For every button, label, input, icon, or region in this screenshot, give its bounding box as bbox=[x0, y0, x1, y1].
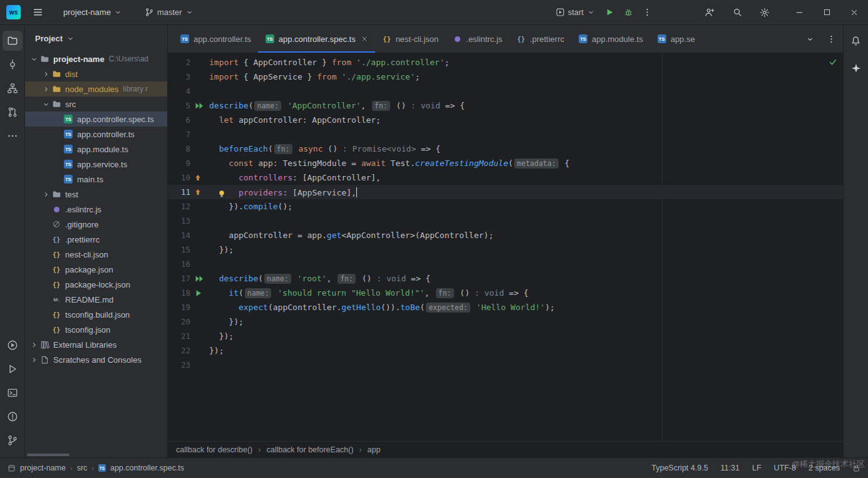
intention-bulb-icon[interactable] bbox=[218, 190, 225, 198]
code-text[interactable]: appController = app.get<AppController>(A… bbox=[209, 231, 843, 240]
chevron-right-icon[interactable] bbox=[29, 341, 39, 349]
code-text[interactable]: expect(appController.getHello()).toBe(ex… bbox=[209, 303, 843, 312]
branch-selector[interactable]: master bbox=[140, 3, 199, 22]
terminal-tool-button[interactable] bbox=[3, 383, 23, 403]
code-line-19[interactable]: 19 expect(appController.getHello()).toBe… bbox=[168, 300, 843, 314]
status-widget[interactable]: UTF-8 bbox=[774, 464, 796, 472]
version-control-tool-button[interactable] bbox=[3, 430, 23, 450]
chevron-right-icon[interactable] bbox=[41, 85, 51, 93]
tab-app.module.ts[interactable]: TSapp.module.ts bbox=[571, 25, 650, 53]
run-config-selector[interactable]: start bbox=[550, 3, 600, 22]
code-line-21[interactable]: 21 }); bbox=[168, 329, 843, 343]
tab-options-button[interactable] bbox=[822, 29, 840, 48]
code-text[interactable]: let appController: AppController; bbox=[209, 115, 843, 125]
status-path-item[interactable]: app.controller.spec.ts bbox=[110, 464, 184, 472]
run-button[interactable] bbox=[600, 3, 619, 22]
line-number[interactable]: 23 bbox=[168, 360, 190, 370]
chevron-right-icon[interactable] bbox=[41, 70, 51, 78]
code-text[interactable]: controllers: [AppController], bbox=[209, 173, 843, 182]
structure-tool-button[interactable] bbox=[3, 78, 23, 98]
tree-item-src[interactable]: src bbox=[25, 96, 167, 112]
breadcrumb-item[interactable]: app bbox=[368, 445, 381, 454]
breadcrumb-item[interactable]: callback for describe() bbox=[176, 445, 252, 454]
tree-item-nest-cli.json[interactable]: {}nest-cli.json bbox=[25, 247, 167, 262]
tree-item-readme.md[interactable]: M↓README.md bbox=[25, 292, 167, 307]
code-with-me-button[interactable] bbox=[700, 3, 719, 22]
tree-item-project-name[interactable]: project-nameC:\Users\ad bbox=[25, 51, 167, 66]
status-widget[interactable]: 2 spaces bbox=[809, 464, 840, 472]
code-line-17[interactable]: 17 describe(name: 'root', fn: () : void … bbox=[168, 271, 843, 286]
code-text[interactable]: }); bbox=[209, 317, 843, 326]
line-number[interactable]: 15 bbox=[168, 245, 190, 254]
tree-item-node-modules[interactable]: node_moduleslibrary r bbox=[25, 81, 167, 96]
tree-item-.gitignore[interactable]: .gitignore bbox=[25, 217, 167, 232]
services-tool-button[interactable] bbox=[3, 359, 23, 379]
close-button[interactable] bbox=[840, 0, 868, 25]
code-line-22[interactable]: 22}); bbox=[168, 343, 843, 358]
run-all-tests-icon[interactable] bbox=[195, 102, 204, 110]
line-number[interactable]: 5 bbox=[168, 101, 190, 110]
line-number[interactable]: 17 bbox=[168, 274, 190, 283]
status-widget[interactable]: TypeScript 4.9.5 bbox=[651, 464, 708, 472]
line-number[interactable]: 4 bbox=[168, 86, 190, 96]
code-line-16[interactable]: 16 bbox=[168, 257, 843, 271]
run-all-tests-icon[interactable] bbox=[195, 275, 204, 283]
code-text[interactable]: beforeEach(fn: async () : Promise<void> … bbox=[209, 144, 843, 153]
settings-button[interactable] bbox=[755, 3, 774, 22]
breadcrumb-item[interactable]: callback for beforeEach() bbox=[266, 445, 353, 454]
tab-app.ser[interactable]: TSapp.ser bbox=[650, 25, 695, 53]
line-number[interactable]: 20 bbox=[168, 317, 190, 326]
line-number[interactable]: 8 bbox=[168, 144, 190, 153]
line-number[interactable]: 2 bbox=[168, 58, 190, 67]
tab-.eslintrc.js[interactable]: .eslintrc.js bbox=[445, 25, 509, 53]
more-tool-windows-button[interactable] bbox=[3, 126, 23, 146]
tree-item-scratches-and-consoles[interactable]: Scratches and Consoles bbox=[25, 352, 167, 367]
code-line-11[interactable]: 11 providers: [AppService], bbox=[168, 185, 843, 199]
chevron-down-icon[interactable] bbox=[29, 55, 39, 63]
pull-requests-tool-button[interactable] bbox=[3, 102, 23, 122]
maximize-button[interactable] bbox=[813, 0, 840, 25]
status-widget[interactable]: 11:31 bbox=[721, 464, 740, 472]
line-number[interactable]: 12 bbox=[168, 202, 190, 211]
tree-item-test[interactable]: test bbox=[25, 187, 167, 202]
code-text[interactable]: }).compile(); bbox=[209, 202, 843, 211]
code-line-18[interactable]: 18 it(name: 'should return "Hello World!… bbox=[168, 286, 843, 300]
code-line-8[interactable]: 8 beforeEach(fn: async () : Promise<void… bbox=[168, 142, 843, 156]
tree-item-.prettierrc[interactable]: {}.prettierrc bbox=[25, 232, 167, 247]
project-panel-scrollbar[interactable] bbox=[27, 454, 70, 456]
tab-app.controller.spec.ts[interactable]: TSapp.controller.spec.ts bbox=[258, 25, 375, 53]
minimize-button[interactable] bbox=[785, 0, 813, 25]
line-number[interactable]: 9 bbox=[168, 158, 190, 168]
code-line-12[interactable]: 12 }).compile(); bbox=[168, 199, 843, 214]
code-line-10[interactable]: 10 controllers: [AppController], bbox=[168, 170, 843, 185]
code-line-2[interactable]: 2import { AppController } from './app.co… bbox=[168, 55, 843, 70]
tree-item-main.ts[interactable]: TSmain.ts bbox=[25, 172, 167, 187]
search-everywhere-button[interactable] bbox=[728, 3, 747, 22]
code-line-23[interactable]: 23 bbox=[168, 358, 843, 372]
line-number[interactable]: 13 bbox=[168, 216, 190, 226]
code-text[interactable]: providers: [AppService], bbox=[209, 187, 843, 197]
line-number[interactable]: 22 bbox=[168, 346, 190, 355]
run-tool-button[interactable] bbox=[3, 335, 23, 355]
tree-item-external-libraries[interactable]: External Libraries bbox=[25, 337, 167, 352]
line-number[interactable]: 16 bbox=[168, 259, 190, 269]
code-line-6[interactable]: 6 let appController: AppController; bbox=[168, 113, 843, 127]
problems-tool-button[interactable] bbox=[3, 407, 23, 427]
run-test-icon[interactable] bbox=[195, 289, 202, 297]
line-number[interactable]: 19 bbox=[168, 303, 190, 312]
code-text[interactable]: describe(name: 'root', fn: () : void => … bbox=[209, 274, 843, 283]
tab-nest-cli.json[interactable]: {}nest-cli.json bbox=[375, 25, 446, 53]
tree-item-app.module.ts[interactable]: TSapp.module.ts bbox=[25, 142, 167, 157]
line-number[interactable]: 21 bbox=[168, 331, 190, 341]
code-text[interactable]: }); bbox=[209, 245, 843, 254]
lock-icon[interactable] bbox=[852, 464, 860, 472]
tree-item-tsconfig.build.json[interactable]: {}tsconfig.build.json bbox=[25, 307, 167, 322]
code-line-9[interactable]: 9 const app: TestingModule = await Test.… bbox=[168, 156, 843, 170]
code-text[interactable]: }); bbox=[209, 346, 843, 355]
main-menu-button[interactable] bbox=[28, 3, 47, 22]
line-number[interactable]: 11 bbox=[168, 187, 190, 197]
line-number[interactable]: 18 bbox=[168, 288, 190, 298]
tab-app.controller.ts[interactable]: TSapp.controller.ts bbox=[173, 25, 258, 53]
chevron-down-icon[interactable] bbox=[41, 100, 51, 108]
line-number[interactable]: 10 bbox=[168, 173, 190, 182]
